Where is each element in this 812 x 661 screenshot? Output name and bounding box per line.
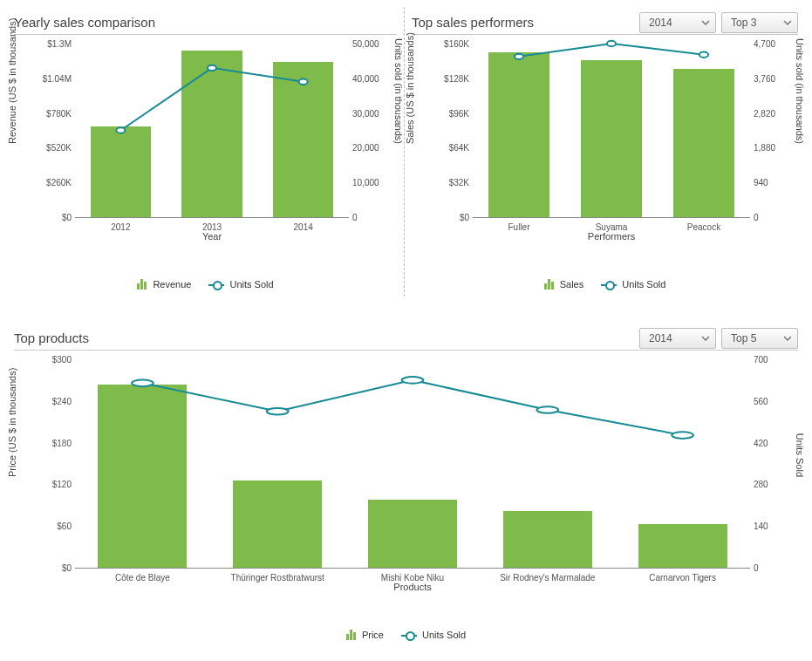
bar[interactable] bbox=[488, 52, 549, 217]
y-tick-right: 1,880 bbox=[754, 143, 775, 153]
bar[interactable] bbox=[91, 126, 151, 217]
y-tick-right: 50,000 bbox=[352, 39, 379, 49]
bar-slot: Peacock bbox=[658, 44, 750, 217]
y-tick-left: $96K bbox=[449, 108, 469, 118]
legend-item-line: Units Sold bbox=[208, 279, 273, 290]
y-axis-label: Price (US $ in thousands) bbox=[7, 368, 17, 477]
y-tick-right: 700 bbox=[754, 355, 768, 365]
bar[interactable] bbox=[673, 69, 734, 217]
category-label: 2014 bbox=[294, 222, 313, 232]
y-tick-right: 10,000 bbox=[352, 178, 379, 187]
legend: Sales Units Sold bbox=[412, 279, 798, 290]
plot-area: FullerSuyamaPeacock Performers $0$32K$64… bbox=[473, 44, 750, 218]
bar-chart-icon bbox=[137, 279, 147, 290]
legend-item-bar: Revenue bbox=[137, 279, 191, 290]
plot-area: 201220132014 Year $0$260K$520K$780K$1.04… bbox=[75, 44, 349, 218]
chevron-down-icon bbox=[783, 20, 792, 25]
y-tick-left: $120 bbox=[52, 480, 72, 489]
yearly-chart: Revenue (US $ in thousands) Units sold (… bbox=[14, 44, 397, 244]
legend: Revenue Units Sold bbox=[14, 279, 397, 290]
y-tick-right: 0 bbox=[352, 213, 358, 222]
y-tick-left: $180 bbox=[52, 438, 72, 447]
panel-header: Top sales performers 2014 Top 3 bbox=[412, 10, 798, 35]
y-tick-left: $520K bbox=[46, 143, 72, 153]
topn-dropdown[interactable]: Top 5 bbox=[721, 328, 798, 349]
y-tick-left: $0 bbox=[62, 213, 72, 222]
bar-chart-icon bbox=[346, 630, 357, 640]
legend-label: Units Sold bbox=[622, 279, 665, 290]
legend-item-bar: Price bbox=[346, 630, 384, 640]
legend-item-line: Units Sold bbox=[601, 279, 665, 290]
legend: Price Units Sold bbox=[14, 630, 798, 640]
legend-label: Revenue bbox=[153, 279, 191, 290]
line-marker-icon bbox=[208, 280, 224, 289]
y-tick-right: 4,700 bbox=[754, 39, 775, 49]
year-dropdown[interactable]: 2014 bbox=[639, 12, 716, 33]
bars-container: 201220132014 bbox=[75, 44, 349, 217]
bar-slot: Côte de Blaye bbox=[75, 359, 210, 568]
y-tick-right: 140 bbox=[754, 521, 768, 531]
y-tick-left: $780K bbox=[46, 108, 72, 118]
bar-slot: Carnarvon Tigers bbox=[615, 359, 750, 568]
chevron-down-icon bbox=[783, 336, 792, 341]
line-marker-icon bbox=[601, 280, 617, 289]
bar-slot: Thüringer Rostbratwurst bbox=[210, 359, 345, 568]
y-tick-left: $128K bbox=[444, 73, 469, 83]
line-marker-icon bbox=[401, 630, 417, 639]
bar[interactable] bbox=[638, 524, 727, 568]
legend-label: Units Sold bbox=[229, 279, 273, 290]
y-tick-right: 420 bbox=[754, 438, 768, 447]
bar-slot: 2013 bbox=[167, 44, 258, 217]
chevron-down-icon bbox=[701, 336, 710, 341]
bar-slot: 2014 bbox=[257, 44, 349, 217]
category-label: Côte de Blaye bbox=[115, 573, 170, 583]
bar-slot: Fuller bbox=[473, 44, 565, 217]
y-tick-right: 20,000 bbox=[352, 143, 379, 153]
bar-slot: Suyama bbox=[565, 44, 658, 217]
y-tick-left: $1.3M bbox=[47, 39, 72, 49]
bar[interactable] bbox=[273, 62, 333, 217]
bar[interactable] bbox=[581, 60, 642, 217]
bar[interactable] bbox=[368, 500, 457, 568]
topn-dropdown[interactable]: Top 3 bbox=[721, 12, 798, 33]
panel-header: Yearly sales comparison bbox=[14, 10, 397, 35]
bar[interactable] bbox=[98, 385, 187, 568]
y-axis-label: Sales (US $ in thousands) bbox=[405, 32, 415, 144]
y-tick-left: $240 bbox=[52, 396, 72, 405]
y-tick-right: 2,820 bbox=[754, 108, 775, 118]
chevron-down-icon bbox=[701, 20, 710, 25]
dropdown-label: Top 5 bbox=[731, 332, 756, 344]
year-dropdown[interactable]: 2014 bbox=[639, 328, 716, 349]
bar-slot: Sir Rodney's Marmalade bbox=[480, 359, 615, 568]
legend-item-bar: Sales bbox=[544, 279, 584, 290]
y-axis-label: Revenue (US $ in thousands) bbox=[7, 18, 17, 144]
x-axis-label: Products bbox=[393, 582, 431, 592]
panel-title: Yearly sales comparison bbox=[14, 15, 155, 30]
y-tick-right: 30,000 bbox=[352, 108, 379, 118]
y-tick-right: 3,760 bbox=[754, 73, 775, 83]
y-tick-left: $0 bbox=[62, 563, 72, 573]
bar[interactable] bbox=[233, 480, 322, 568]
bars-container: FullerSuyamaPeacock bbox=[473, 44, 750, 217]
panel-title: Top sales performers bbox=[412, 15, 534, 30]
plot-area: Côte de BlayeThüringer RostbratwurstMish… bbox=[75, 359, 750, 569]
y2-axis-label: Units Sold bbox=[795, 433, 805, 477]
y-tick-left: $32K bbox=[449, 178, 469, 187]
dropdown-group: 2014 Top 5 bbox=[639, 328, 798, 349]
bar[interactable] bbox=[181, 51, 242, 217]
bars-container: Côte de BlayeThüringer RostbratwurstMish… bbox=[75, 359, 750, 568]
y-tick-right: 560 bbox=[754, 396, 768, 405]
x-axis-label: Performers bbox=[588, 231, 635, 242]
category-label: Peacock bbox=[687, 222, 720, 232]
category-label: 2012 bbox=[111, 222, 130, 232]
category-label: Sir Rodney's Marmalade bbox=[500, 573, 595, 583]
y-tick-left: $1.04M bbox=[43, 73, 72, 83]
yearly-panel: Yearly sales comparison Revenue (US $ in… bbox=[7, 7, 405, 296]
legend-label: Sales bbox=[560, 279, 584, 290]
y-tick-right: 940 bbox=[754, 178, 768, 187]
dropdown-group: 2014 Top 3 bbox=[639, 12, 798, 33]
y-tick-left: $0 bbox=[460, 213, 469, 222]
bar[interactable] bbox=[503, 511, 592, 568]
dropdown-label: Top 3 bbox=[731, 17, 756, 29]
panel-header: Top products 2014 Top 5 bbox=[14, 326, 798, 351]
